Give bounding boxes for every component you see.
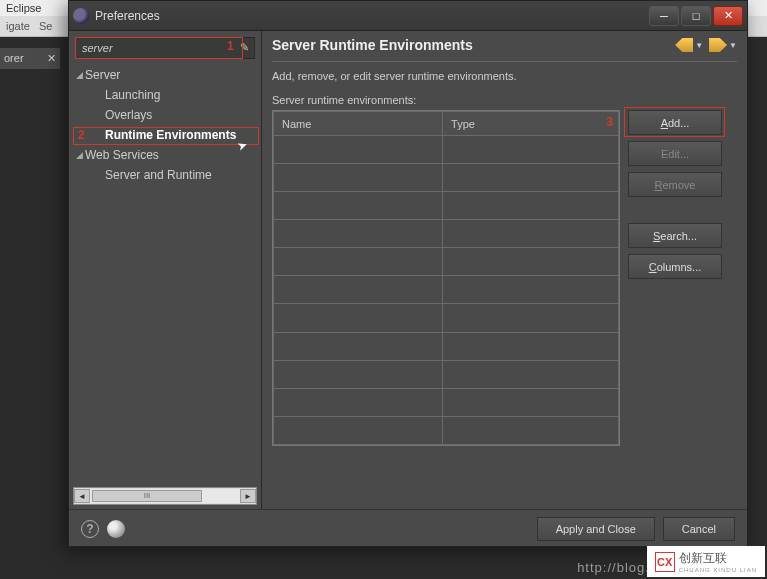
column-header-type[interactable]: Type xyxy=(443,112,619,136)
clear-search-icon[interactable]: ✎ xyxy=(237,40,251,54)
tree-item-web-services[interactable]: ◢Web Services xyxy=(73,145,257,165)
table-row[interactable] xyxy=(274,164,619,192)
forward-dropdown-icon[interactable]: ▼ xyxy=(729,41,737,50)
bg-sidebar-label: orer xyxy=(4,52,24,64)
scroll-right-button[interactable]: ► xyxy=(240,489,256,503)
brand-subtext: CHUANG XINDU LIAN xyxy=(679,567,757,573)
preferences-dialog: Preferences ─ □ ✕ ✎ 1 ◢Server Launching … xyxy=(68,0,748,547)
tree-item-server[interactable]: ◢Server xyxy=(73,65,257,85)
columns-button[interactable]: Columns... xyxy=(628,254,722,279)
import-export-icon[interactable] xyxy=(107,520,125,538)
scroll-left-button[interactable]: ◄ xyxy=(74,489,90,503)
brand-logo-icon: CX xyxy=(655,552,675,572)
table-row[interactable] xyxy=(274,332,619,360)
minimize-button[interactable]: ─ xyxy=(649,6,679,26)
remove-button: Remove xyxy=(628,172,722,197)
tree-label: Server and Runtime xyxy=(105,168,212,182)
table-row[interactable] xyxy=(274,136,619,164)
search-button[interactable]: Search... xyxy=(628,223,722,248)
tree-label: Web Services xyxy=(85,148,159,162)
eclipse-icon xyxy=(73,8,89,24)
runtime-table[interactable]: Name Type xyxy=(272,110,620,446)
apply-and-close-button[interactable]: Apply and Close xyxy=(537,517,655,541)
close-icon: ✕ xyxy=(47,52,56,65)
help-icon[interactable]: ? xyxy=(81,520,99,538)
table-row[interactable] xyxy=(274,304,619,332)
maximize-button[interactable]: □ xyxy=(681,6,711,26)
back-dropdown-icon[interactable]: ▼ xyxy=(695,41,703,50)
expand-icon: ◢ xyxy=(73,150,85,160)
dialog-title: Preferences xyxy=(95,9,649,23)
tree-label: Server xyxy=(85,68,120,82)
cancel-button[interactable]: Cancel xyxy=(663,517,735,541)
edit-button: Edit... xyxy=(628,141,722,166)
dialog-footer: ? Apply and Close Cancel xyxy=(69,509,747,548)
table-row[interactable] xyxy=(274,220,619,248)
table-row[interactable] xyxy=(274,416,619,444)
back-arrow-icon[interactable] xyxy=(675,38,693,52)
table-label: Server runtime environments: xyxy=(272,94,737,106)
tree-item-overlays[interactable]: Overlays xyxy=(73,105,257,125)
table-row[interactable] xyxy=(274,276,619,304)
table-row[interactable] xyxy=(274,360,619,388)
close-button[interactable]: ✕ xyxy=(713,6,743,26)
table-row[interactable] xyxy=(274,192,619,220)
horizontal-scrollbar[interactable]: ◄ III ► xyxy=(73,487,257,505)
annotation-number-2: 2 xyxy=(78,128,85,142)
tree-item-runtime-environments[interactable]: Runtime Environments xyxy=(73,125,257,145)
tree-item-server-and-runtime[interactable]: Server and Runtime xyxy=(73,165,257,185)
forward-arrow-icon[interactable] xyxy=(709,38,727,52)
titlebar: Preferences ─ □ ✕ xyxy=(69,1,747,31)
tree-label: Runtime Environments xyxy=(105,128,236,142)
brand-text: 创新互联 xyxy=(679,551,727,565)
expand-icon: ◢ xyxy=(73,70,85,80)
scroll-thumb[interactable]: III xyxy=(92,490,202,502)
right-panel: Server Runtime Environments ▼ ▼ Add, rem… xyxy=(262,31,747,509)
scroll-track[interactable]: III xyxy=(90,489,240,503)
tree-item-launching[interactable]: Launching xyxy=(73,85,257,105)
page-description: Add, remove, or edit server runtime envi… xyxy=(272,70,737,82)
tree-label: Overlays xyxy=(105,108,152,122)
page-title: Server Runtime Environments xyxy=(272,37,669,53)
annotation-number-3: 3 xyxy=(606,114,613,129)
table-row[interactable] xyxy=(274,248,619,276)
preferences-tree[interactable]: ◢Server Launching Overlays Runtime Envir… xyxy=(69,65,261,485)
bg-menu-item: igate xyxy=(6,20,30,32)
bg-sidebar: orer ✕ xyxy=(0,48,60,69)
table-row[interactable] xyxy=(274,388,619,416)
column-header-name[interactable]: Name xyxy=(274,112,443,136)
tree-label: Launching xyxy=(105,88,160,102)
add-button[interactable]: Add... xyxy=(628,110,722,135)
annotation-number-1: 1 xyxy=(227,39,234,53)
left-panel: ✎ 1 ◢Server Launching Overlays Runtime E… xyxy=(69,31,262,509)
brand-badge: CX 创新互联 CHUANG XINDU LIAN xyxy=(647,546,765,577)
bg-menu-item: Se xyxy=(39,20,52,32)
